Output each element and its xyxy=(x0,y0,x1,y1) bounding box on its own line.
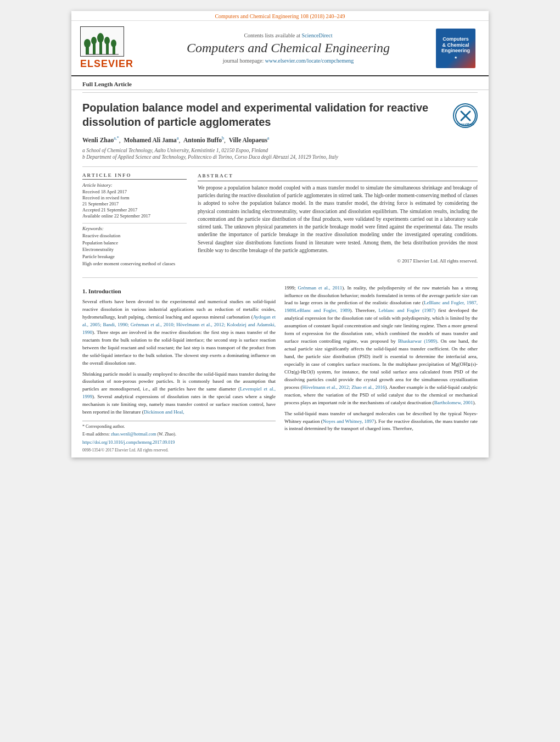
affiliations: a School of Chemical Technology, Aalto U… xyxy=(71,146,489,164)
journal-logo-section: Computers& ChemicalEngineering ★ xyxy=(436,29,480,68)
article-history-group: Article history: Received 18 April 2017 … xyxy=(82,182,187,219)
elsevier-tree-icon xyxy=(80,26,124,57)
journal-top-bar: Computers and Chemical Engineering 108 (… xyxy=(71,11,489,21)
keywords-group: Keywords: Reactive dissolution Populatio… xyxy=(82,226,187,267)
crossmark-badge: CrossMark xyxy=(453,103,478,128)
available-date: Available online 22 September 2017 xyxy=(82,213,187,219)
keyword-3: Electroneutrality xyxy=(82,246,187,253)
main-content: 1. Introduction Several efforts have bee… xyxy=(71,280,489,458)
keyword-4: Particle breakage xyxy=(82,253,187,260)
author-alopaeus: Ville Alopaeus xyxy=(229,137,267,143)
right-para2: The solid-liquid mass transfer of unchar… xyxy=(284,410,478,433)
keyword-1: Reactive dissolution xyxy=(82,232,187,239)
keyword-2: Population balance xyxy=(82,239,187,247)
authors-section: Wenli Zhaoa,*, Mohamed Ali Jamaa, Antoni… xyxy=(71,133,489,146)
abstract-text: We propose a population balance model co… xyxy=(198,184,478,254)
article-info-header: ARTICLE INFO xyxy=(82,172,187,180)
keyword-5: High order moment conserving method of c… xyxy=(82,260,187,267)
accepted-date: Accepted 21 September 2017 xyxy=(82,207,187,213)
journal-header-center: Contents lists available at ScienceDirec… xyxy=(141,32,436,64)
article-type: Full Length Article xyxy=(71,76,489,90)
revised-date: 21 September 2017 xyxy=(82,201,187,207)
divider-1 xyxy=(82,92,478,93)
article-history-title: Article history: xyxy=(82,182,187,188)
received-date: Received 18 April 2017 xyxy=(82,189,187,194)
svg-point-1 xyxy=(84,39,91,48)
elsevier-logo: ELSEVIER xyxy=(80,26,141,70)
journal-title: Computers and Chemical Engineering xyxy=(146,41,430,55)
keywords-list: Reactive dissolution Population balance … xyxy=(82,232,187,267)
info-abstract-section: ARTICLE INFO Article history: Received 1… xyxy=(71,169,489,275)
homepage-line: journal homepage: www.elsevier.com/locat… xyxy=(146,58,430,64)
info-divider xyxy=(82,223,187,224)
divider-3 xyxy=(82,277,478,278)
footnote-section: * Corresponding author. E-mail address: … xyxy=(82,421,276,453)
journal-logo-box: Computers& ChemicalEngineering ★ xyxy=(436,29,475,68)
svg-point-5 xyxy=(97,33,104,43)
article-info-col: ARTICLE INFO Article history: Received 1… xyxy=(82,172,187,272)
elsevier-logo-section: ELSEVIER xyxy=(80,26,141,70)
abstract-header: ABSTRACT xyxy=(198,172,478,181)
svg-point-3 xyxy=(91,37,97,44)
contents-line: Contents lists available at ScienceDirec… xyxy=(146,32,430,38)
title-section: Population balance model and experimenta… xyxy=(71,95,489,133)
journal-header: ELSEVIER Contents lists available at Sci… xyxy=(71,21,489,76)
svg-point-9 xyxy=(111,40,116,47)
keywords-title: Keywords: xyxy=(82,226,187,231)
author-buffo: Antonio Buffo xyxy=(183,137,222,143)
email-line: E-mail address: zhao.wenli@hotmail.com (… xyxy=(82,431,276,438)
divider-2 xyxy=(82,166,478,167)
revised-label: Received in revised form xyxy=(82,195,187,200)
journal-citation: Computers and Chemical Engineering 108 (… xyxy=(215,13,345,19)
copyright-line: © 2017 Elsevier Ltd. All rights reserved… xyxy=(198,258,478,265)
corresponding-author-note: * Corresponding author. xyxy=(82,423,276,430)
section1-para1: Several efforts have been devoted to the… xyxy=(82,298,276,367)
elsevier-name: ELSEVIER xyxy=(80,58,133,70)
section1-para2: Shrinking particle model is usually empl… xyxy=(82,371,276,417)
page: Computers and Chemical Engineering 108 (… xyxy=(71,11,489,458)
article-title: Population balance model and experimenta… xyxy=(82,101,453,129)
affiliation-b: b Department of Applied Science and Tech… xyxy=(82,154,478,160)
svg-point-7 xyxy=(104,37,110,44)
svg-text:CrossMark: CrossMark xyxy=(457,122,474,126)
email-link[interactable]: zhao.wenli@hotmail.com xyxy=(111,432,156,437)
abstract-col: ABSTRACT We propose a population balance… xyxy=(198,172,478,272)
author-zhao: Wenli Zhao xyxy=(82,137,114,143)
author-jama: Mohamed Ali Jama xyxy=(124,137,176,143)
homepage-link[interactable]: www.elsevier.com/locate/compchemeng xyxy=(265,58,354,64)
section1-title: 1. Introduction xyxy=(82,287,276,296)
right-para1: 1999; Grénman et al., 2011). In reality,… xyxy=(284,284,478,407)
left-col: 1. Introduction Several efforts have bee… xyxy=(82,284,276,454)
issn-line: 0098-1354/© 2017 Elsevier Ltd. All right… xyxy=(82,447,276,453)
sciencedirect-link[interactable]: ScienceDirect xyxy=(301,32,332,38)
affiliation-a: a School of Chemical Technology, Aalto U… xyxy=(82,148,478,153)
right-col: 1999; Grénman et al., 2011). In reality,… xyxy=(284,284,478,454)
doi-link[interactable]: https://doi.org/10.1016/j.compchemeng.20… xyxy=(82,440,175,445)
doi-line: https://doi.org/10.1016/j.compchemeng.20… xyxy=(82,439,276,446)
